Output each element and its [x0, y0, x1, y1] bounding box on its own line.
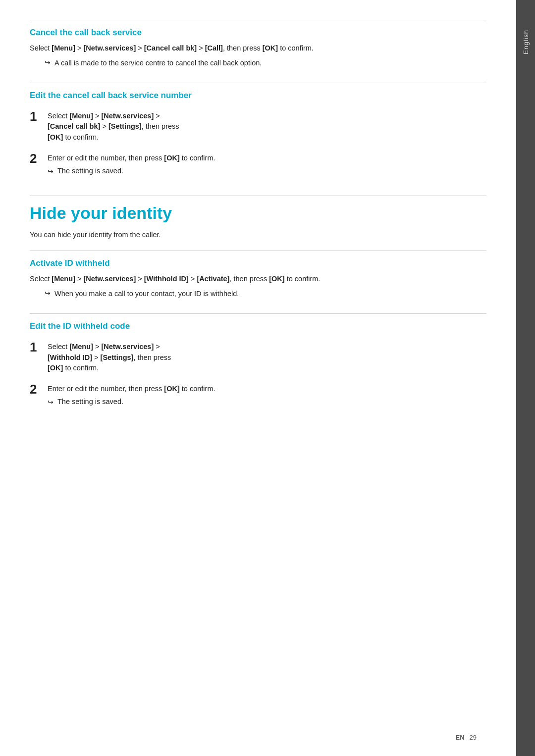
arrow-symbol-1: ↪: [45, 58, 51, 66]
section-divider-2: [30, 83, 486, 83]
section-title-hide-identity: Hide your identity: [30, 203, 486, 223]
arrow-text-id-step2: The setting is saved.: [57, 397, 123, 407]
section-cancel-call-back: Cancel the call back service Select [Men…: [30, 20, 486, 69]
main-content: Cancel the call back service Select [Men…: [0, 0, 516, 756]
numbered-item-2: 2 Enter or edit the number, then press […: [30, 151, 486, 177]
step-number-2: 2: [30, 151, 48, 166]
side-tab: English: [516, 0, 535, 756]
section-activate-id-withheld: Activate ID withheld Select [Menu] > [Ne…: [30, 251, 486, 300]
section-edit-id-withheld: Edit the ID withheld code 1 Select [Menu…: [30, 313, 486, 407]
footer-lang: EN: [455, 734, 464, 741]
step-id-content-2: Enter or edit the number, then press [OK…: [48, 382, 486, 407]
numbered-list-edit-cancel: 1 Select [Menu] > [Netw.services] > [Can…: [30, 109, 486, 177]
section-divider-4: [30, 251, 486, 251]
numbered-item-1: 1 Select [Menu] > [Netw.services] > [Can…: [30, 109, 486, 143]
section-body-activate-id: Select [Menu] > [Netw.services] > [Withh…: [30, 274, 486, 285]
section-divider-3: [30, 196, 486, 196]
step-id-content-1: Select [Menu] > [Netw.services] > [Withh…: [48, 340, 486, 374]
numbered-list-edit-id: 1 Select [Menu] > [Netw.services] > [Wit…: [30, 340, 486, 407]
section-divider-1: [30, 20, 486, 20]
step-content-2: Enter or edit the number, then press [OK…: [48, 151, 486, 177]
arrow-item-cancel-call-back: ↪ A call is made to the service centre t…: [45, 58, 486, 69]
arrow-text-activate-id: When you make a call to your contact, yo…: [54, 289, 239, 300]
footer-page: 29: [470, 734, 477, 741]
step-id-number-2: 2: [30, 382, 48, 397]
arrow-symbol-3: ↪: [45, 289, 51, 297]
section-title-activate-id: Activate ID withheld: [30, 258, 486, 269]
page-footer: EN 29: [455, 734, 477, 741]
section-body-cancel-call-back: Select [Menu] > [Netw.services] > [Cance…: [30, 43, 486, 54]
arrow-symbol-4: ↪: [48, 397, 54, 407]
section-edit-cancel-call-back: Edit the cancel call back service number…: [30, 83, 486, 177]
section-title-edit-cancel-call-back: Edit the cancel call back service number: [30, 90, 486, 101]
section-hide-identity: Hide your identity You can hide your ide…: [30, 191, 486, 241]
section-divider-5: [30, 313, 486, 314]
step-content-1: Select [Menu] > [Netw.services] > [Cance…: [48, 109, 486, 143]
section-title-edit-id-withheld: Edit the ID withheld code: [30, 321, 486, 332]
step-number-1: 1: [30, 109, 48, 124]
footer-text: EN 29: [455, 734, 477, 741]
section-title-cancel-call-back: Cancel the call back service: [30, 27, 486, 38]
arrow-text-step2: The setting is saved.: [57, 166, 123, 177]
numbered-item-id-2: 2 Enter or edit the number, then press […: [30, 382, 486, 407]
page-container: Cancel the call back service Select [Men…: [0, 0, 535, 756]
step-id-number-1: 1: [30, 340, 48, 355]
side-tab-label: English: [522, 30, 530, 54]
arrow-item-activate-id: ↪ When you make a call to your contact, …: [45, 289, 486, 300]
numbered-item-id-1: 1 Select [Menu] > [Netw.services] > [Wit…: [30, 340, 486, 374]
arrow-item-id-step2: ↪ The setting is saved.: [48, 397, 486, 407]
arrow-symbol-2: ↪: [48, 166, 54, 177]
arrow-text-cancel-call-back: A call is made to the service centre to …: [54, 58, 262, 69]
section-description-hide-identity: You can hide your identity from the call…: [30, 230, 486, 241]
arrow-item-step2: ↪ The setting is saved.: [48, 166, 486, 177]
